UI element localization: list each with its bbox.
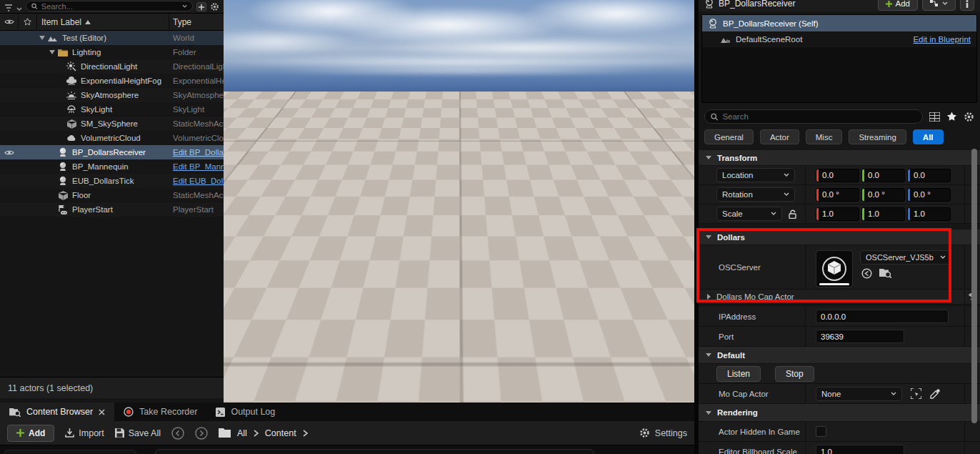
outliner-settings-gear-icon[interactable] — [210, 2, 219, 11]
location-z-field[interactable]: 0.0 — [907, 169, 951, 182]
scale-z-field[interactable]: 1.0 — [907, 207, 951, 221]
level-viewport[interactable]: Z X Y — [224, 0, 694, 403]
scale-mode-dropdown[interactable]: Scale — [716, 207, 782, 221]
add-component-button[interactable]: Add — [878, 0, 918, 11]
row-type-edit-link[interactable]: Edit EUB_DollarsTick — [169, 177, 224, 185]
outliner-row-volumetriccloud[interactable]: VolumetricCloud VolumetricCloud — [0, 131, 224, 145]
filter-general-button[interactable]: General — [704, 129, 754, 144]
import-button[interactable]: Import — [65, 428, 104, 438]
rotation-x-field[interactable]: 0.0 ° — [816, 188, 859, 202]
location-mode-dropdown[interactable]: Location — [716, 168, 795, 182]
breadcrumb-content[interactable]: Content — [265, 428, 296, 438]
filter-icon[interactable] — [4, 4, 13, 11]
property-row-dollars-mocap-actor[interactable]: Dollars Mo Cap Actor — [699, 290, 980, 305]
outliner-add-button[interactable] — [196, 2, 206, 11]
player-start-icon — [58, 205, 68, 214]
component-row-defaultsceneroot[interactable]: DefaultSceneRoot Edit in Blueprint — [702, 31, 976, 47]
outliner-search[interactable] — [26, 1, 193, 11]
directional-light-icon — [66, 61, 76, 71]
details-settings-gear-icon[interactable] — [964, 112, 974, 122]
browse-to-asset-icon[interactable] — [879, 268, 891, 278]
details-search-input[interactable] — [722, 112, 916, 121]
billboard-scale-input[interactable] — [816, 445, 904, 454]
rotation-mode-dropdown[interactable]: Rotation — [716, 187, 795, 202]
ipaddress-input[interactable] — [816, 310, 949, 323]
section-dollars[interactable]: Dollars — [699, 230, 980, 245]
tab-output-log[interactable]: Output Log — [206, 403, 284, 421]
outliner-search-input[interactable] — [41, 2, 179, 11]
tab-take-recorder[interactable]: Take Recorder — [114, 403, 206, 421]
filter-actor-button[interactable]: Actor — [760, 129, 799, 144]
scale-y-field[interactable]: 1.0 — [861, 207, 905, 221]
outliner-row-directionallight[interactable]: DirectionalLight DirectionalLight — [0, 59, 224, 74]
mocap-actor-dropdown[interactable]: None — [816, 387, 902, 401]
rotation-y-field[interactable]: 0.0 ° — [861, 188, 905, 202]
item-label-column-header[interactable]: Item Label — [37, 14, 169, 30]
eyedropper-icon[interactable] — [930, 389, 940, 399]
filter-all-button[interactable]: All — [913, 129, 944, 144]
details-scrollbar[interactable] — [971, 149, 977, 423]
expand-chevron-icon[interactable] — [39, 36, 45, 40]
outliner-row-exponentialheightfog[interactable]: ExponentialHeightFog ExponentialHeightFo… — [0, 74, 224, 88]
expand-triangle-icon[interactable] — [707, 294, 711, 300]
pick-actor-icon[interactable] — [911, 388, 921, 399]
section-transform[interactable]: Transform — [699, 150, 980, 166]
history-back-icon[interactable] — [171, 427, 184, 440]
display-options-icon[interactable] — [929, 112, 940, 122]
stop-button[interactable]: Stop — [775, 366, 814, 382]
sphere-widget[interactable] — [236, 307, 255, 326]
outliner-row-skylight[interactable]: SkyLight SkyLight — [0, 102, 224, 117]
section-default[interactable]: Default — [699, 347, 980, 364]
edit-in-blueprint-link[interactable]: Edit in Blueprint — [913, 35, 971, 44]
eye-icon[interactable] — [4, 149, 14, 156]
mannequin-actor[interactable] — [380, 152, 429, 342]
details-search[interactable] — [704, 109, 923, 124]
expand-chevron-icon[interactable] — [49, 50, 55, 54]
favorites-star-icon[interactable] — [946, 112, 957, 122]
use-selected-asset-icon[interactable] — [861, 268, 872, 279]
location-x-field[interactable]: 0.0 — [816, 169, 859, 182]
type-column-header[interactable]: Type — [169, 17, 224, 27]
visibility-column-header[interactable] — [0, 14, 19, 30]
filter-misc-button[interactable]: Misc — [806, 129, 843, 144]
close-icon[interactable] — [99, 409, 105, 415]
lock-open-icon[interactable] — [789, 209, 796, 219]
actor-hidden-checkbox[interactable] — [816, 426, 826, 437]
outliner-row-test-editor[interactable]: Test (Editor) World — [0, 31, 224, 45]
outliner-row-playerstart[interactable]: PlayerStart PlayerStart — [0, 202, 224, 217]
property-row-actor-hidden: Actor Hidden In Game — [699, 422, 980, 442]
rotation-z-field[interactable]: 0.0 ° — [907, 188, 951, 202]
listen-button[interactable]: Listen — [716, 366, 761, 382]
breadcrumb-all[interactable]: All — [237, 428, 247, 438]
oscserver-asset-thumbnail[interactable] — [816, 250, 853, 287]
blueprint-edit-button[interactable] — [922, 0, 956, 11]
row-type-edit-link[interactable]: Edit BP_DollarsReceiver — [169, 148, 224, 157]
content-browser-icon — [9, 408, 21, 417]
filter-chevron-icon[interactable] — [16, 7, 22, 11]
section-rendering[interactable]: Rendering — [699, 404, 980, 422]
outliner-row-skyatmosphere[interactable]: SkyAtmosphere SkyAtmosphere — [0, 88, 224, 102]
outliner-row-sm-skysphere[interactable]: SM_SkySphere StaticMeshActor — [0, 117, 224, 131]
favorite-column-header[interactable] — [19, 14, 37, 30]
content-browser-search[interactable] — [155, 449, 594, 454]
outliner-row-lighting[interactable]: Lighting Folder — [0, 45, 224, 59]
port-input[interactable] — [816, 330, 904, 343]
details-info-button[interactable] — [960, 0, 974, 11]
history-forward-icon[interactable] — [195, 427, 208, 440]
content-add-button[interactable]: Add — [7, 425, 54, 442]
oscserver-asset-dropdown[interactable]: OSCServer_VJS5b — [860, 250, 951, 265]
content-settings-button[interactable]: Settings — [639, 428, 687, 438]
location-y-field[interactable]: 0.0 — [861, 169, 905, 182]
filter-streaming-button[interactable]: Streaming — [849, 129, 906, 144]
tab-content-browser[interactable]: Content Browser — [0, 403, 114, 421]
row-type-edit-link[interactable]: Edit BP_Mannequin — [169, 162, 224, 171]
outliner-row-bp-mannequin[interactable]: BP_Mannequin Edit BP_Mannequin — [0, 159, 224, 174]
outliner-row-eub-dollarstick[interactable]: EUB_DollarsTick Edit EUB_DollarsTick — [0, 174, 224, 188]
scale-x-field[interactable]: 1.0 — [816, 207, 859, 221]
outliner-row-bp-dollarsreceiver[interactable]: BP_DollarsReceiver Edit BP_DollarsReceiv… — [0, 145, 224, 159]
component-row-self[interactable]: BP_DollarsReceiver (Self) — [702, 15, 976, 31]
search-options-chevron-icon[interactable] — [182, 4, 187, 9]
save-all-button[interactable]: Save All — [115, 428, 161, 438]
outliner-row-floor[interactable]: Floor StaticMeshActor — [0, 188, 224, 202]
receiver-disc[interactable] — [368, 318, 439, 341]
